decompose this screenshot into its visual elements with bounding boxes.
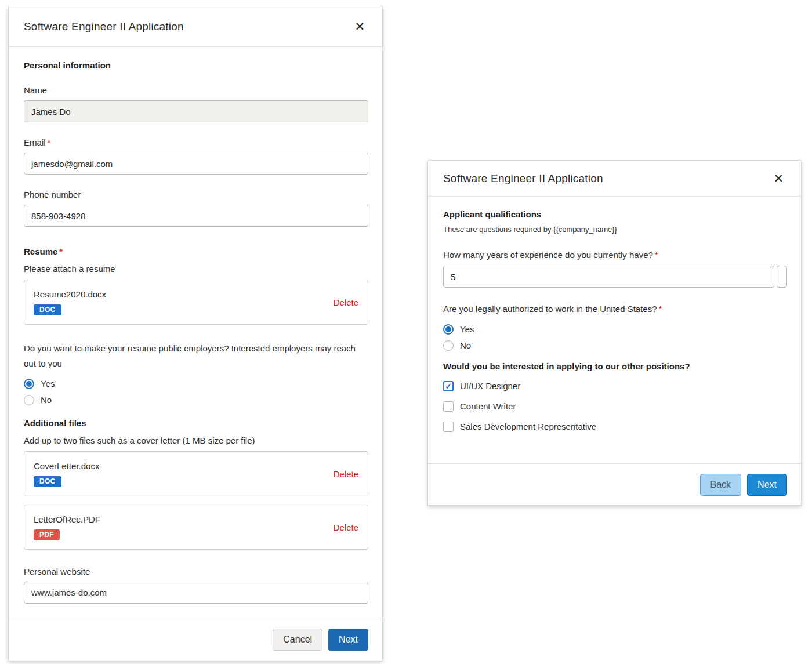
- experience-question-label: How many years of experience do you curr…: [443, 250, 787, 260]
- file-info: Resume2020.docx DOC: [34, 289, 106, 315]
- personal-website-label: Personal website: [24, 567, 368, 576]
- required-asterisk: *: [59, 246, 63, 256]
- modal-footer: Back Next: [428, 463, 801, 505]
- application-modal-personal-info: Software Engineer II Application ✕ Perso…: [8, 6, 383, 661]
- back-button[interactable]: Back: [700, 474, 742, 496]
- cancel-button[interactable]: Cancel: [273, 629, 322, 651]
- radio-label: Yes: [41, 379, 55, 389]
- close-icon[interactable]: ✕: [771, 171, 786, 186]
- name-label: Name: [24, 85, 368, 95]
- number-stepper[interactable]: [777, 266, 787, 288]
- next-button[interactable]: Next: [747, 474, 787, 496]
- radio-option-no[interactable]: No: [24, 395, 368, 405]
- personal-website-field[interactable]: [24, 582, 368, 604]
- checkbox-option-uiux-designer[interactable]: UI/UX Designer: [443, 381, 787, 391]
- checkbox-option-sales-development-representative[interactable]: Sales Development Representative: [443, 422, 787, 432]
- letter-of-rec-file-card: LetterOfRec.PDF PDF Delete: [24, 505, 368, 550]
- file-name: Resume2020.docx: [34, 289, 106, 299]
- application-modal-qualifications: Software Engineer II Application ✕ Appli…: [427, 160, 802, 506]
- experience-input-group: [443, 266, 787, 288]
- checkbox-label: Sales Development Representative: [460, 422, 596, 431]
- resume-file-card: Resume2020.docx DOC Delete: [24, 280, 368, 325]
- resume-public-question: Do you want to make your resume public e…: [24, 341, 368, 371]
- file-type-badge: DOC: [34, 304, 61, 315]
- radio-option-yes[interactable]: Yes: [443, 324, 787, 335]
- checkbox-label: UI/UX Designer: [460, 381, 520, 391]
- checkbox-unchecked-icon: [443, 422, 454, 432]
- radio-label: No: [460, 340, 471, 350]
- radio-option-yes[interactable]: Yes: [24, 379, 368, 389]
- section-heading-resume: Resume*: [24, 246, 368, 256]
- modal-footer: Cancel Next: [9, 618, 382, 661]
- modal-header: Software Engineer II Application ✕: [428, 161, 801, 197]
- phone-label: Phone number: [24, 190, 368, 199]
- radio-label: No: [41, 395, 52, 405]
- section-heading-personal-information: Personal information: [24, 60, 368, 70]
- checkbox-label: Content Writer: [460, 401, 516, 411]
- file-type-badge: DOC: [34, 476, 61, 487]
- modal-body: Personal information Name Email* Phone n…: [9, 47, 382, 618]
- delete-resume-button[interactable]: Delete: [334, 297, 358, 307]
- checkbox-unchecked-icon: [443, 401, 454, 412]
- email-field[interactable]: [24, 153, 368, 175]
- delete-cover-letter-button[interactable]: Delete: [334, 469, 358, 479]
- page: Software Engineer II Application ✕ Perso…: [0, 0, 812, 664]
- modal-header: Software Engineer II Application ✕: [9, 6, 382, 47]
- experience-input[interactable]: [443, 266, 774, 288]
- radio-selected-icon: [443, 324, 454, 335]
- file-name: LetterOfRec.PDF: [34, 514, 100, 524]
- work-authorization-question-label: Are you legally authorized to work in th…: [443, 302, 787, 317]
- radio-selected-icon: [24, 379, 34, 389]
- radio-option-no[interactable]: No: [443, 340, 787, 351]
- checkbox-option-content-writer[interactable]: Content Writer: [443, 401, 787, 412]
- close-icon[interactable]: ✕: [352, 19, 367, 34]
- file-type-badge: PDF: [34, 529, 60, 540]
- file-info: LetterOfRec.PDF PDF: [34, 514, 100, 540]
- modal-title: Software Engineer II Application: [24, 20, 184, 33]
- other-positions-checkbox-group: UI/UX Designer Content Writer Sales Deve…: [443, 381, 787, 432]
- name-input[interactable]: [24, 100, 368, 122]
- cover-letter-file-card: CoverLetter.docx DOC Delete: [24, 451, 368, 496]
- modal-title: Software Engineer II Application: [443, 172, 603, 185]
- radio-label: Yes: [460, 324, 474, 334]
- next-button[interactable]: Next: [328, 629, 368, 651]
- resume-hint: Please attach a resume: [24, 264, 368, 274]
- radio-unselected-icon: [24, 395, 34, 405]
- delete-letter-of-rec-button[interactable]: Delete: [334, 523, 358, 532]
- modal-body: Applicant qualifications These are quest…: [428, 197, 801, 463]
- checkbox-checked-icon: [443, 381, 454, 391]
- other-positions-question-label: Would you be interested in applying to o…: [443, 361, 787, 371]
- phone-field[interactable]: [24, 205, 368, 227]
- radio-unselected-icon: [443, 340, 454, 351]
- section-heading-applicant-qualifications: Applicant qualifications: [443, 209, 787, 219]
- file-name: CoverLetter.docx: [34, 461, 99, 471]
- email-label: Email*: [24, 137, 368, 147]
- qualifications-subtitle: These are questions required by {{compan…: [443, 225, 787, 234]
- section-heading-additional-files: Additional files: [24, 418, 368, 428]
- required-asterisk: *: [659, 304, 662, 314]
- required-asterisk: *: [48, 137, 51, 147]
- work-authorization-radio-group: Yes No: [443, 324, 787, 351]
- resume-public-radio-group: Yes No: [24, 379, 368, 405]
- additional-files-hint: Add up to two files such as a cover lett…: [24, 436, 368, 445]
- file-info: CoverLetter.docx DOC: [34, 461, 99, 487]
- required-asterisk: *: [655, 250, 658, 260]
